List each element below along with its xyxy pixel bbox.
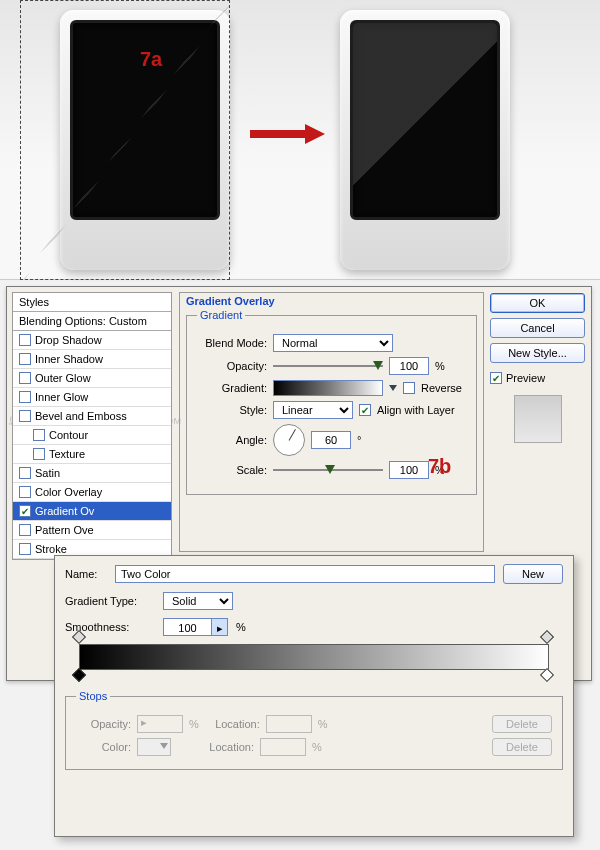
checkbox[interactable] (19, 391, 31, 403)
style-satin[interactable]: Satin (13, 464, 171, 483)
reverse-label: Reverse (421, 382, 462, 394)
checkbox[interactable] (19, 486, 31, 498)
chevron-right-icon[interactable]: ▸ (211, 619, 227, 635)
style-color-overlay[interactable]: Color Overlay (13, 483, 171, 502)
style-bevel-emboss[interactable]: Bevel and Emboss (13, 407, 171, 426)
annotation-7a: 7a (140, 48, 162, 71)
delete-color-stop-button: Delete (492, 738, 552, 756)
delete-opacity-stop-button: Delete (492, 715, 552, 733)
opacity-stop-right[interactable] (542, 632, 554, 644)
checkbox[interactable] (19, 334, 31, 346)
device-screen (350, 20, 500, 220)
style-inner-shadow[interactable]: Inner Shadow (13, 350, 171, 369)
gradient-overlay-panel: Gradient Overlay Gradient Blend Mode: No… (179, 292, 484, 552)
checkbox[interactable] (19, 372, 31, 384)
opacity-slider[interactable] (273, 359, 383, 373)
illustration-stage: 7a (0, 0, 600, 280)
reverse-checkbox[interactable] (403, 382, 415, 394)
checkbox[interactable] (19, 543, 31, 555)
stop-opacity-input: ▸ (137, 715, 183, 733)
gradient-label: Gradient: (197, 382, 267, 394)
name-input[interactable] (115, 565, 495, 583)
styles-list: Styles Blending Options: Custom Drop Sha… (12, 292, 172, 560)
ok-button[interactable]: OK (490, 293, 585, 313)
new-button[interactable]: New (503, 564, 563, 584)
annotation-7b: 7b (428, 455, 451, 478)
new-style-button[interactable]: New Style... (490, 343, 585, 363)
gradient-type-label: Gradient Type: (65, 595, 155, 607)
stops-fieldset: Stops Opacity: ▸ % Location: % Delete Co… (65, 690, 563, 770)
style-gradient-overlay[interactable]: Gradient Ov (13, 502, 171, 521)
angle-input[interactable] (311, 431, 351, 449)
gradient-type-select[interactable]: Solid (163, 592, 233, 610)
checkbox[interactable] (19, 524, 31, 536)
checkbox[interactable] (19, 467, 31, 479)
stop-location-input-2 (260, 738, 306, 756)
gradient-ramp[interactable] (79, 644, 549, 670)
checkbox[interactable] (33, 448, 45, 460)
opacity-input[interactable] (389, 357, 429, 375)
style-contour[interactable]: Contour (13, 426, 171, 445)
scale-input[interactable] (389, 461, 429, 479)
align-checkbox[interactable] (359, 404, 371, 416)
style-drop-shadow[interactable]: Drop Shadow (13, 331, 171, 350)
dialog-buttons: OK Cancel New Style... Preview (490, 293, 585, 443)
blending-options-row[interactable]: Blending Options: Custom (13, 312, 171, 331)
arrow-icon (250, 125, 325, 143)
blend-mode-select[interactable]: Normal (273, 334, 393, 352)
style-outer-glow[interactable]: Outer Glow (13, 369, 171, 388)
opacity-label: Opacity: (197, 360, 267, 372)
stops-legend: Stops (76, 690, 110, 702)
stop-location-label-2: Location: (199, 741, 254, 753)
color-stop-right[interactable] (542, 670, 554, 682)
angle-label: Angle: (197, 434, 267, 446)
stop-location-input (266, 715, 312, 733)
checkbox[interactable] (19, 410, 31, 422)
stop-color-label: Color: (76, 741, 131, 753)
cancel-button[interactable]: Cancel (490, 318, 585, 338)
scale-slider[interactable] (273, 463, 383, 477)
name-label: Name: (65, 568, 107, 580)
scale-label: Scale: (197, 464, 267, 476)
smoothness-input[interactable]: 100 ▸ (163, 618, 228, 636)
style-pattern-overlay[interactable]: Pattern Ove (13, 521, 171, 540)
style-label: Style: (197, 404, 267, 416)
align-label: Align with Layer (377, 404, 455, 416)
angle-dial[interactable] (273, 424, 305, 456)
gradient-swatch[interactable] (273, 380, 383, 396)
color-stop-left[interactable] (74, 670, 86, 682)
stop-color-well (137, 738, 171, 756)
checkbox[interactable] (19, 353, 31, 365)
panel-title: Gradient Overlay (186, 295, 477, 307)
gradient-editor-dialog: Name: New Gradient Type: Solid Smoothnes… (54, 555, 574, 837)
style-select[interactable]: Linear (273, 401, 353, 419)
checkbox[interactable] (33, 429, 45, 441)
gradient-legend: Gradient (197, 309, 245, 321)
ramp-bar[interactable] (79, 644, 549, 670)
blend-mode-label: Blend Mode: (197, 337, 267, 349)
preview-proxy (514, 395, 562, 443)
style-texture[interactable]: Texture (13, 445, 171, 464)
device-after (340, 10, 510, 270)
checkbox[interactable] (19, 505, 31, 517)
opacity-stop-left[interactable] (74, 632, 86, 644)
preview-label: Preview (506, 372, 545, 384)
preview-checkbox[interactable] (490, 372, 502, 384)
stop-location-label: Location: (205, 718, 260, 730)
styles-header[interactable]: Styles (13, 293, 171, 312)
chevron-down-icon (160, 743, 168, 749)
stop-opacity-label: Opacity: (76, 718, 131, 730)
chevron-down-icon[interactable] (389, 385, 397, 391)
style-inner-glow[interactable]: Inner Glow (13, 388, 171, 407)
